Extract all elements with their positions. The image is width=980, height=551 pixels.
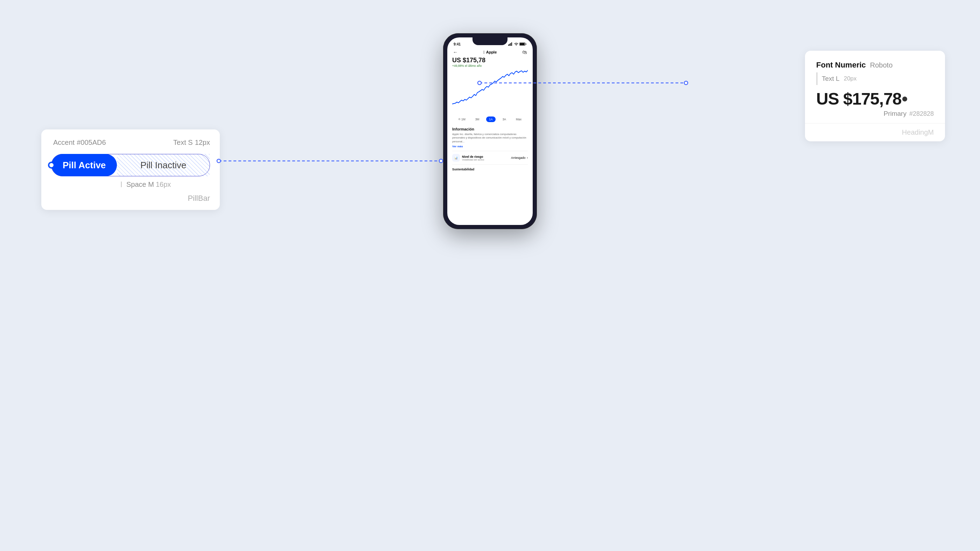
- nav-shop-icon[interactable]: 🛍: [522, 49, 527, 55]
- font-line-indicator: [816, 72, 818, 85]
- wifi-icon: [514, 42, 519, 46]
- text-s-annotation: Text S12px: [171, 138, 210, 147]
- text-s-label: Text S: [173, 138, 193, 146]
- font-numeric-card: Font Numeric Roboto Text L 20px US $175,…: [805, 51, 945, 141]
- svg-rect-5: [520, 43, 525, 45]
- pill-active-label: Pill Active: [63, 160, 106, 171]
- text-l-size: 20px: [844, 75, 857, 82]
- status-time: 9:41: [453, 42, 461, 46]
- svg-rect-1: [509, 44, 510, 46]
- phone-content: US $175,78 +49,88% el último año 1M 3M: [447, 57, 533, 173]
- text-s-size: 12px: [195, 138, 210, 146]
- font-card-header: Font Numeric Roboto: [816, 60, 934, 70]
- space-m-label: Space M16px: [124, 180, 171, 189]
- pill-bar-footer-label: PillBar: [188, 194, 210, 203]
- phone-screen: 9:41: [447, 37, 533, 225]
- pill-inactive-area: Pill Inactive: [117, 154, 210, 176]
- stock-price: US $175,78: [452, 57, 528, 64]
- svg-point-9: [439, 159, 443, 163]
- risk-left: 📊 Nivel de riesgo Volatilidad del activo: [452, 154, 484, 162]
- heading-m-label: HeadingM: [816, 124, 934, 141]
- price-dot-indicator: [902, 97, 907, 102]
- time-period-pills: 1M 3M 1A 3A Max: [452, 114, 528, 124]
- time-pill-3m[interactable]: 3M: [473, 116, 482, 122]
- info-section-title: Información: [452, 127, 528, 131]
- primary-label: Primary: [883, 110, 906, 118]
- big-price-text: US $175,7: [816, 89, 892, 108]
- svg-rect-0: [508, 44, 509, 46]
- risk-chevron-icon: ›: [527, 156, 528, 160]
- info-section-text: Apple Inc. diseña, fabrica y comercializ…: [452, 133, 528, 144]
- risk-sub: Volatilidad del activo: [462, 159, 484, 161]
- accent-label: Accent: [53, 138, 75, 146]
- pill-active-button[interactable]: Pill Active: [51, 154, 117, 176]
- time-pill-3a[interactable]: 3A: [500, 116, 509, 122]
- time-pill-1m[interactable]: 1M: [456, 116, 468, 122]
- big-price: US $175,78: [816, 89, 902, 108]
- font-numeric-label: Font Numeric: [816, 60, 866, 70]
- svg-point-12: [684, 81, 688, 85]
- time-pill-1m-dot: [458, 118, 460, 120]
- sustainability-row[interactable]: Sustentabilidad: [452, 164, 528, 173]
- stock-chart: [452, 70, 528, 111]
- pill-bar-annotations-top: Accent#005AD6 Text S12px: [51, 138, 210, 147]
- nav-title:  Apple: [484, 50, 497, 54]
- phone-nav: ←  Apple 🛍: [447, 48, 533, 57]
- svg-rect-3: [511, 42, 512, 46]
- primary-annotation: Primary #282828: [816, 110, 934, 118]
- text-l-label: Text L: [822, 75, 840, 83]
- svg-rect-6: [526, 44, 527, 45]
- nav-back-button[interactable]: ←: [453, 49, 458, 55]
- pill-active-indicator-dot: [49, 162, 54, 168]
- app-name: Apple: [486, 50, 497, 54]
- status-icons: [508, 42, 527, 46]
- ver-mas-link[interactable]: Ver más: [452, 145, 528, 148]
- risk-row[interactable]: 📊 Nivel de riesgo Volatilidad del activo…: [452, 151, 528, 164]
- risk-value: Arriesgado: [511, 156, 525, 160]
- risk-icon: 📊: [452, 154, 460, 162]
- pill-bar-container: Pill Active Pill Inactive: [51, 154, 210, 176]
- sustainability-title: Sustentabilidad: [452, 168, 528, 171]
- battery-icon: [519, 42, 527, 46]
- risk-text: Nivel de riesgo Volatilidad del activo: [462, 155, 484, 161]
- time-pill-max[interactable]: Max: [513, 116, 524, 122]
- accent-color: #005AD6: [76, 138, 106, 146]
- space-m-annotation: Space M16px: [121, 180, 210, 189]
- accent-annotation: Accent#005AD6: [51, 138, 106, 147]
- big-price-row: US $175,78: [816, 89, 934, 108]
- primary-hex: #282828: [909, 110, 934, 118]
- svg-rect-2: [510, 43, 511, 46]
- font-card-text-l-row: Text L 20px: [816, 72, 934, 85]
- signal-icon: [508, 42, 513, 46]
- stock-change: +49,88% el último año: [452, 64, 528, 68]
- pill-inactive-label: Pill Inactive: [140, 160, 186, 171]
- apple-logo-icon: : [484, 50, 485, 54]
- phone-notch: [473, 37, 508, 45]
- phone-mockup: 9:41: [443, 33, 537, 229]
- font-roboto-label: Roboto: [870, 61, 893, 69]
- phone-frame: 9:41: [443, 33, 537, 229]
- big-price-last-char: 8: [892, 89, 902, 108]
- risk-right: Arriesgado ›: [511, 156, 528, 160]
- pill-bar-card: Accent#005AD6 Text S12px Pill Active Pil…: [41, 129, 220, 210]
- time-pill-1a[interactable]: 1A: [486, 116, 495, 122]
- risk-label: Nivel de riesgo: [462, 155, 484, 159]
- space-m-line: [121, 181, 121, 187]
